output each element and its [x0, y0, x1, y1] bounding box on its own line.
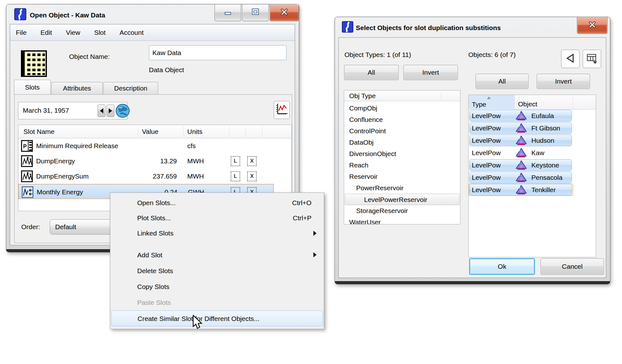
svg-text:P: P [520, 165, 523, 169]
series-slot-icon [21, 170, 33, 182]
menu-slot[interactable]: Slot [94, 29, 106, 36]
tab-description[interactable]: Description [103, 82, 158, 94]
prev-icon [100, 108, 103, 113]
menu-item-add-slot[interactable]: Add Slot [111, 247, 323, 263]
menu-file[interactable]: File [16, 29, 27, 36]
col-slot-name[interactable]: Slot Name [23, 125, 55, 138]
slot-row-dumpenergysum[interactable]: DumpEnergySum237.659MWHLX [18, 169, 292, 184]
sort-asc-icon [487, 97, 491, 99]
objects-all-button[interactable]: All [476, 74, 529, 89]
object-name-label: Object Name: [69, 53, 110, 60]
level-power-reservoir-icon: P [515, 110, 528, 121]
object-name-cell: Keystone [531, 159, 559, 171]
objects-invert-button[interactable]: Invert [537, 74, 590, 89]
menu-item-label: Paste Slots [137, 295, 171, 311]
type-item-confluence[interactable]: Confluence [344, 114, 460, 125]
svg-text:P: P [520, 140, 523, 144]
svg-text:P: P [520, 189, 523, 194]
plot-button[interactable] [274, 101, 290, 119]
menu-item-plot-slots[interactable]: Plot Slots...Ctrl+P [111, 210, 323, 226]
type-item-dataobj[interactable]: DataObj [344, 137, 460, 148]
object-row-eufaula[interactable]: LevelPowPEufaula [469, 110, 596, 122]
menu-account[interactable]: Account [119, 29, 144, 36]
menu-item-label: Linked Slots [137, 226, 173, 241]
slot-row-minimum-required-release[interactable]: PMinimum Required Releasecfs [18, 138, 292, 154]
value-flag-icon[interactable]: X [247, 171, 257, 181]
cancel-button[interactable]: Cancel [541, 258, 604, 275]
tab-slots[interactable]: Slots [14, 80, 51, 94]
global-time-button[interactable] [115, 104, 130, 118]
object-row-hudson[interactable]: LevelPowPHudson [469, 134, 596, 147]
slot-table-header: Slot Name Value Units [18, 125, 292, 138]
svg-text:P: P [520, 152, 523, 157]
type-column-header[interactable]: Type [469, 95, 515, 110]
type-item-label: Reach [349, 161, 369, 169]
object-column-header[interactable]: Object [518, 100, 537, 108]
next-icon [109, 108, 112, 113]
col-units[interactable]: Units [187, 125, 202, 138]
mouse-cursor-icon [192, 315, 203, 331]
next-timestep-button[interactable] [106, 104, 114, 117]
object-row-kaw[interactable]: LevelPowPKaw [469, 147, 596, 159]
tab-attributes[interactable]: Attributes [51, 82, 103, 94]
collapse-left-button[interactable] [561, 50, 580, 68]
types-all-button[interactable]: All [344, 65, 399, 80]
slot-name: DumpEnergy [36, 154, 75, 169]
type-item-storagereservoir[interactable]: StorageReservoir [344, 205, 460, 217]
close-button[interactable] [577, 17, 607, 34]
object-name-cell: Tenkiller [531, 184, 556, 196]
datetime-value: March 31, 1957 [23, 107, 69, 114]
menu-item-copy-slots[interactable]: Copy Slots [111, 279, 323, 295]
obj-type-header[interactable]: Obj Type [344, 91, 460, 101]
object-name-input[interactable]: Kaw Data [149, 45, 286, 60]
types-invert-button[interactable]: Invert [403, 65, 458, 80]
select-objects-window: Select Objects for slot duplication subs… [335, 17, 610, 284]
object-row-pensacola[interactable]: LevelPowPPensacola [469, 171, 596, 184]
slot-row-dumpenergy[interactable]: DumpEnergy13.29MWHLX [18, 154, 292, 169]
datetime-spinner[interactable]: March 31, 1957 [18, 102, 127, 119]
menu-item-label: Open Slots... [137, 195, 176, 210]
prev-timestep-button[interactable] [98, 104, 106, 117]
menu-edit[interactable]: Edit [41, 29, 52, 36]
link-flag-icon[interactable]: L [231, 156, 240, 166]
close-button[interactable] [270, 4, 299, 21]
order-value: Default [55, 223, 76, 231]
type-item-levelpowerreservoir[interactable]: LevelPowerReservoir [345, 194, 459, 205]
type-item-label: WaterUser [349, 218, 381, 224]
menu-item-delete-slots[interactable]: Delete Slots [111, 263, 323, 279]
all-button-label: All [498, 78, 506, 85]
order-label: Order: [21, 223, 40, 231]
object-row-tenkiller[interactable]: LevelPowPTenkiller [469, 184, 596, 196]
grid-menu-icon [586, 52, 598, 66]
type-item-label: ControlPoint [349, 127, 386, 135]
select-objects-client: Object Types: 1 (of 11) Objects: 6 (of 7… [338, 37, 606, 278]
type-item-reservoir[interactable]: Reservoir [344, 171, 460, 182]
menu-item-create-similar-slot-for-different-objects[interactable]: Create Similar Slot for Different Object… [111, 311, 323, 326]
menu-item-open-slots[interactable]: Open Slots...Ctrl+O [111, 195, 323, 210]
minimize-icon [223, 7, 233, 18]
type-item-reach[interactable]: Reach [344, 160, 460, 171]
col-value[interactable]: Value [142, 125, 158, 138]
maximize-icon [251, 7, 260, 18]
maximize-button[interactable] [242, 4, 269, 21]
menu-view[interactable]: View [66, 29, 80, 36]
type-item-controlpoint[interactable]: ControlPoint [344, 125, 460, 137]
object-row-keystone[interactable]: LevelPowPKeystone [469, 159, 596, 171]
minimize-button[interactable] [215, 4, 241, 21]
level-power-reservoir-icon: P [515, 172, 528, 183]
type-item-label: LevelPowerReservoir [364, 196, 427, 203]
table-options-button[interactable] [583, 50, 601, 68]
menu-item-linked-slots[interactable]: Linked Slots [111, 226, 323, 241]
type-item-diversionobject[interactable]: DiversionObject [344, 148, 460, 160]
object-type-cell: LevelPow [472, 147, 501, 159]
link-flag-icon[interactable]: L [231, 171, 240, 181]
object-row-ft-gibson[interactable]: LevelPowPFt Gibson [469, 122, 596, 134]
value-flag-icon[interactable]: X [247, 156, 257, 166]
type-item-wateruser[interactable]: WaterUser [344, 217, 460, 224]
ok-button[interactable]: Ok [469, 258, 535, 275]
type-item-compobj[interactable]: CompObj [344, 103, 460, 114]
type-item-powerreservoir[interactable]: PowerReservoir [344, 182, 460, 194]
menu-item-label: Add Slot [137, 247, 162, 263]
object-name-cell: Eufaula [531, 110, 554, 122]
slot-units: MWH [187, 154, 204, 169]
